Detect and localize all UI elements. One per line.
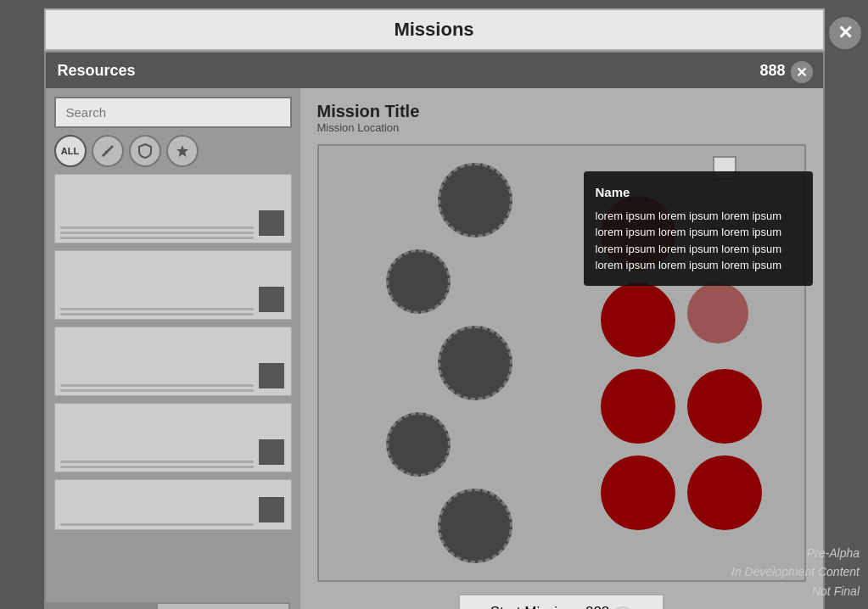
svg-line-1 [103,154,104,156]
list-item[interactable] [54,403,292,472]
list-item-lines [60,461,254,468]
close-inner-button[interactable]: ✕ [789,59,815,85]
list-item-line [60,308,254,310]
enemy-circle [687,455,762,530]
enemy-circle [687,282,748,344]
player-circle [438,326,512,400]
list-item-line [60,389,254,392]
list-item-line [60,226,254,229]
modal-title-bar: Missions ✕ [44,8,825,51]
search-input[interactable] [54,97,292,128]
tooltip-name: Name [596,183,801,203]
list-item[interactable] [54,479,292,530]
list-item-line [60,384,254,387]
list-item-lines [60,523,254,526]
tooltip-description: lorem ipsum lorem ipsum lorem ipsum lore… [596,208,801,274]
filter-all-label: ALL [61,146,79,156]
bottom-tabs: Missions Adventurers [44,602,825,609]
list-item-lines [60,308,254,316]
mission-location: Mission Location [317,121,806,134]
close-outer-icon: ✕ [837,22,853,44]
battlefield: Name lorem ipsum lorem ipsum lorem ipsum… [317,144,806,582]
list-item[interactable] [54,250,292,320]
enemy-circle [601,369,675,444]
list-item-line [60,232,254,234]
mission-title: Mission Title [317,102,806,121]
enemy-circle [601,282,675,357]
modal: Missions ✕ Resources 888 ✕ ALL [44,8,825,609]
enemy-circle [601,455,675,530]
filter-star-button[interactable] [166,135,199,167]
tab-adventurers[interactable]: Adventurers [156,602,290,609]
list-item-line [60,466,254,468]
modal-body: Resources 888 ✕ ALL [44,51,825,609]
resources-bar: Resources 888 [46,53,823,88]
modal-title: Missions [394,19,473,40]
mission-header: Mission Title Mission Location [317,102,806,134]
sword-icon [101,144,115,158]
player-circle [386,412,451,477]
list-item-line [60,461,254,463]
shield-icon [138,143,152,159]
player-circles [353,163,512,563]
filter-shield-button[interactable] [129,135,161,167]
main-content: Mission Title Mission Location Name lore… [300,88,823,609]
tab-missions[interactable]: Missions [44,602,156,609]
sidebar: ALL [46,88,300,609]
filter-all-button[interactable]: ALL [54,135,87,167]
watermark-line1: Pre-Alpha [731,544,860,562]
watermark-line2: In Development Content [731,562,860,581]
player-circle [438,163,512,237]
filter-sword-button[interactable] [92,135,124,167]
player-circle [438,489,512,563]
resources-label: Resources [58,62,136,80]
list-item[interactable] [54,174,292,243]
watermark: Pre-Alpha In Development Content Not Fin… [731,544,860,601]
close-inner-icon: ✕ [796,64,807,81]
player-circle [386,249,451,314]
tooltip: Name lorem ipsum lorem ipsum lorem ipsum… [584,171,813,286]
enemy-circle [687,369,762,444]
star-icon [176,144,189,158]
resources-amount: 888 [759,62,785,80]
close-outer-button[interactable]: ✕ [826,14,864,52]
list-item-line [60,523,254,526]
list-item[interactable] [54,327,292,396]
watermark-line3: Not Final [731,582,860,601]
list-item-lines [60,384,254,392]
list-item-line [60,237,254,239]
list-item-line [60,313,254,316]
list-item-lines [60,226,254,239]
filter-row: ALL [54,135,292,167]
